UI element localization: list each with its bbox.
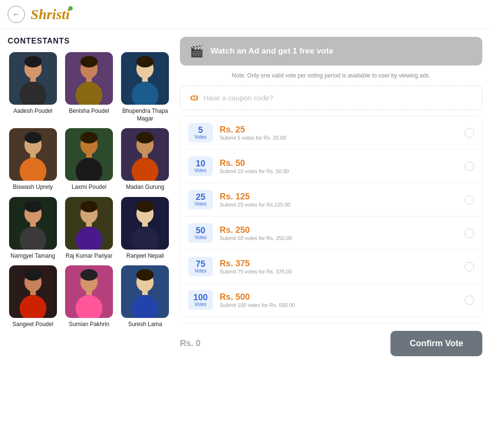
contestant-name: Sangeet Poudel bbox=[12, 321, 53, 328]
contestant-name: Biswash Uprety bbox=[13, 184, 53, 191]
vote-radio[interactable] bbox=[465, 162, 474, 171]
contestant-name: Ranjeet Nepali bbox=[126, 252, 164, 260]
svg-rect-34 bbox=[142, 222, 148, 227]
svg-rect-22 bbox=[142, 153, 148, 158]
svg-point-39 bbox=[20, 295, 46, 318]
svg-rect-2 bbox=[30, 77, 36, 82]
contestant-name: Raj Kumar Pariyar bbox=[66, 252, 112, 260]
vote-radio[interactable] bbox=[465, 195, 474, 205]
svg-point-19 bbox=[76, 158, 102, 181]
contestant-card[interactable]: Bhupendra Thapa Magar bbox=[120, 52, 170, 122]
svg-point-17 bbox=[80, 132, 98, 143]
contestant-photo bbox=[121, 197, 169, 250]
svg-point-33 bbox=[136, 201, 154, 212]
svg-point-31 bbox=[76, 227, 102, 250]
contestant-name: Madan Gurung bbox=[126, 184, 164, 191]
vote-count-box: 50Votes bbox=[188, 223, 213, 243]
contestant-card[interactable]: Biswash Uprety bbox=[8, 128, 58, 191]
vote-desc: Submit 50 votes for Rs. 250.00 bbox=[220, 235, 465, 241]
vote-desc: Submit 10 votes for Rs. 50.00 bbox=[220, 168, 465, 174]
svg-point-23 bbox=[132, 158, 158, 181]
contestant-card[interactable]: Aadesh Poudel bbox=[8, 52, 58, 122]
contestant-card[interactable]: Raj Kumar Pariyar bbox=[64, 197, 114, 260]
watch-ad-button[interactable]: 🎬 Watch an Ad and get 1 free vote bbox=[180, 37, 482, 66]
contestant-name: Benisha Poudel bbox=[69, 108, 109, 115]
vote-count-label: Votes bbox=[192, 302, 209, 307]
contestant-card[interactable]: Sangeet Poudel bbox=[8, 265, 58, 328]
vote-count-label: Votes bbox=[192, 168, 209, 173]
vote-details: Rs. 500Submit 100 votes for Rs. 500.00 bbox=[220, 292, 465, 308]
contestant-card[interactable]: Sumian Pakhrin bbox=[64, 265, 114, 328]
back-icon: ← bbox=[12, 10, 20, 19]
logo-area: Shristi bbox=[31, 6, 70, 22]
vote-details: Rs. 375Submit 75 votes for Rs. 375.00 bbox=[220, 259, 465, 274]
svg-point-35 bbox=[132, 227, 158, 250]
vote-count-label: Votes bbox=[192, 134, 209, 140]
vote-option[interactable]: 100VotesRs. 500Submit 100 votes for Rs. … bbox=[180, 284, 482, 317]
vote-count-box: 25Votes bbox=[188, 190, 213, 209]
watch-ad-label: Watch an Ad and get 1 free vote bbox=[211, 46, 334, 56]
contestant-photo bbox=[121, 128, 169, 181]
vote-radio[interactable] bbox=[465, 295, 474, 305]
contestant-photo bbox=[65, 265, 113, 318]
svg-rect-38 bbox=[30, 290, 36, 295]
vote-option[interactable]: 5VotesRs. 25Submit 5 votes for Rs. 25.00 bbox=[180, 116, 482, 150]
vote-radio[interactable] bbox=[465, 128, 474, 138]
svg-point-9 bbox=[136, 56, 154, 67]
vote-count-number: 10 bbox=[192, 159, 209, 168]
back-button[interactable]: ← bbox=[8, 6, 25, 23]
vote-count-box: 10Votes bbox=[188, 156, 213, 176]
vote-price: Rs. 50 bbox=[220, 158, 465, 168]
contestant-name: Laxmi Poudel bbox=[72, 184, 107, 191]
vote-details: Rs. 125Submit 25 votes for Rs.125.00 bbox=[220, 192, 465, 208]
contestant-card[interactable]: Ranjeet Nepali bbox=[120, 197, 170, 260]
vote-option[interactable]: 75VotesRs. 375Submit 75 votes for Rs. 37… bbox=[180, 250, 482, 284]
vote-option[interactable]: 10VotesRs. 50Submit 10 votes for Rs. 50.… bbox=[180, 150, 482, 183]
svg-point-13 bbox=[24, 132, 42, 143]
vote-option[interactable]: 25VotesRs. 125Submit 25 votes for Rs.125… bbox=[180, 183, 482, 217]
right-panel: 🎬 Watch an Ad and get 1 free vote Note: … bbox=[180, 37, 482, 440]
vote-count-number: 50 bbox=[192, 226, 209, 235]
total-amount: Rs. 0 bbox=[180, 339, 200, 349]
vote-radio[interactable] bbox=[465, 262, 474, 272]
contestants-grid: Aadesh PoudelBenisha PoudelBhupendra Tha… bbox=[8, 52, 170, 328]
note-text: Note: Only one valid vote per voting per… bbox=[180, 71, 482, 80]
vote-desc: Submit 5 votes for Rs. 25.00 bbox=[220, 135, 465, 141]
vote-radio[interactable] bbox=[465, 229, 474, 238]
contestant-card[interactable]: Benisha Poudel bbox=[64, 52, 114, 122]
svg-point-25 bbox=[24, 201, 42, 212]
svg-rect-14 bbox=[30, 153, 36, 158]
svg-point-11 bbox=[132, 82, 158, 105]
vote-price: Rs. 25 bbox=[220, 125, 465, 135]
contestant-card[interactable]: Namgyel Tamang bbox=[8, 197, 58, 260]
coupon-input[interactable]: 🎟 Have a coupon code? bbox=[180, 86, 482, 110]
contestant-name: Sumian Pakhrin bbox=[69, 321, 110, 328]
vote-count-number: 100 bbox=[192, 293, 209, 302]
contestant-card[interactable]: Suresh Lama bbox=[120, 265, 170, 328]
contestant-card[interactable]: Madan Gurung bbox=[120, 128, 170, 191]
logo-text: Shristi bbox=[31, 6, 70, 22]
contestant-card[interactable]: Laxmi Poudel bbox=[64, 128, 114, 191]
main-content: CONTESTANTS Aadesh PoudelBenisha PoudelB… bbox=[0, 29, 490, 448]
vote-count-number: 75 bbox=[192, 260, 209, 268]
contestant-photo bbox=[121, 265, 169, 318]
contestant-photo bbox=[121, 52, 169, 105]
vote-price: Rs. 250 bbox=[220, 225, 465, 235]
confirm-vote-button[interactable]: Confirm Vote bbox=[390, 331, 482, 356]
vote-price: Rs. 375 bbox=[220, 259, 465, 269]
svg-point-45 bbox=[136, 269, 154, 281]
vote-desc: Submit 25 votes for Rs.125.00 bbox=[220, 202, 465, 208]
watch-ad-icon: 🎬 bbox=[189, 44, 204, 58]
coupon-placeholder: Have a coupon code? bbox=[203, 94, 273, 102]
vote-count-label: Votes bbox=[192, 201, 209, 207]
vote-price: Rs. 125 bbox=[220, 192, 465, 202]
vote-count-number: 5 bbox=[192, 126, 209, 134]
logo-dot-icon bbox=[68, 6, 73, 11]
vote-options: 5VotesRs. 25Submit 5 votes for Rs. 25.00… bbox=[180, 116, 482, 317]
svg-rect-18 bbox=[86, 153, 92, 158]
vote-option[interactable]: 50VotesRs. 250Submit 50 votes for Rs. 25… bbox=[180, 217, 482, 250]
contestant-photo bbox=[9, 128, 57, 181]
svg-point-1 bbox=[24, 56, 42, 67]
svg-point-43 bbox=[76, 295, 102, 318]
vote-count-box: 100Votes bbox=[188, 290, 213, 310]
